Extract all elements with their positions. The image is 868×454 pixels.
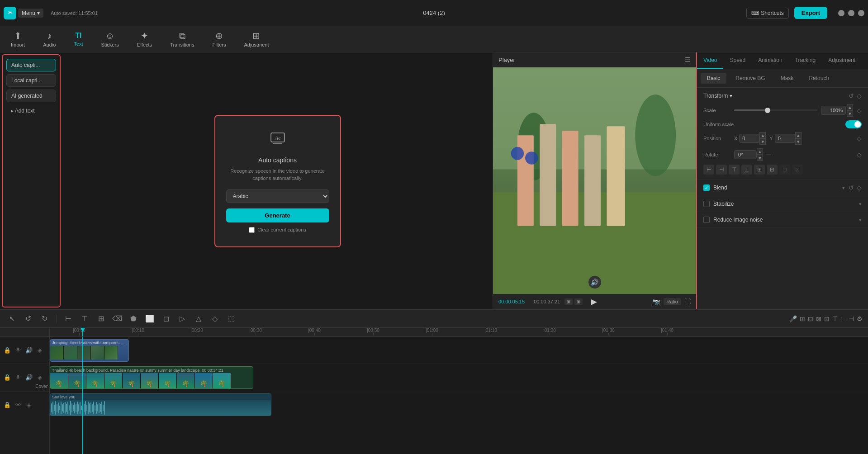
export-button[interactable]: Export <box>794 7 827 19</box>
subtab-mask[interactable]: Mask <box>774 73 800 84</box>
align-top-btn[interactable]: ⊥ <box>741 165 752 175</box>
tl-btn-2[interactable]: ⊟ <box>808 315 813 322</box>
tab-video[interactable]: Video <box>697 52 723 69</box>
split-btn[interactable]: ⊢ <box>62 312 75 325</box>
video-clip[interactable]: Jumping cheerleaders with pompoms on b <box>50 339 129 362</box>
ratio-btn[interactable]: Ratio <box>664 298 681 305</box>
crop2-btn[interactable]: ⬚ <box>225 312 237 325</box>
tl-btn-3[interactable]: ⊠ <box>816 315 821 322</box>
maximize-button[interactable] <box>848 10 854 16</box>
stabilize-checkbox[interactable] <box>703 201 710 207</box>
rotate-up-btn[interactable]: ▲ <box>757 148 763 155</box>
tool-import[interactable]: ⬆ Import <box>7 29 28 49</box>
tool-effects[interactable]: ✦ Effects <box>133 29 156 49</box>
transform-reset-btn[interactable]: ↺ <box>849 92 854 99</box>
pos-y-up-btn[interactable]: ▲ <box>795 132 802 138</box>
pos-x-up-btn[interactable]: ▲ <box>759 132 766 138</box>
tool-adjustment[interactable]: ⊞ Adjustment <box>240 29 272 49</box>
toggle-switch[interactable] <box>845 120 862 128</box>
select-tool-btn[interactable]: ↖ <box>5 312 18 325</box>
player-menu-btn[interactable]: ☰ <box>685 56 691 63</box>
shape-btn[interactable]: ⬟ <box>127 312 140 325</box>
tool-filters[interactable]: ⊕ Filters <box>209 29 229 49</box>
play-button[interactable]: ▶ <box>591 297 597 307</box>
crop-btn[interactable]: ⊞ <box>95 312 107 325</box>
ai-generated-btn[interactable]: AI generated <box>6 90 56 102</box>
tab-adjustment[interactable]: Adjustment <box>822 52 862 69</box>
auto-caption-btn[interactable]: Auto capti... <box>6 59 56 71</box>
frame-fwd-btn[interactable]: ▣ <box>574 298 583 305</box>
align-right-btn[interactable]: ⊤ <box>729 165 740 175</box>
beach-clip[interactable]: Thailand 4k beach background. Paradise n… <box>50 366 253 389</box>
tab-speed[interactable]: Speed <box>723 52 752 69</box>
tool-text[interactable]: TI Text <box>70 30 86 48</box>
scale-up-btn[interactable]: ▲ <box>847 104 853 110</box>
minimize-button[interactable] <box>838 10 844 16</box>
delete-btn[interactable]: ⌫ <box>111 312 123 325</box>
scale-slider[interactable] <box>734 109 817 111</box>
tool-transitions[interactable]: ⧉ Transitions <box>166 29 198 49</box>
speaker-overlay[interactable]: 🔊 <box>588 276 601 288</box>
language-select[interactable]: Arabic English Spanish French Chinese <box>226 189 329 203</box>
curve-btn[interactable]: ◻ <box>160 312 172 325</box>
pos-x-down-btn[interactable]: ▼ <box>759 138 766 145</box>
tl-btn-7[interactable]: ⊣ <box>849 315 854 322</box>
tab-animation[interactable]: Animation <box>752 52 788 69</box>
triangle-btn[interactable]: △ <box>192 312 205 325</box>
rotate-keyframe-btn[interactable]: ◇ <box>857 151 862 158</box>
blend-reset-btn[interactable]: ↺ <box>849 184 854 191</box>
shortcuts-button[interactable]: ⌨ Shortcuts <box>746 8 789 19</box>
track-visibility-btn[interactable]: 👁 <box>14 346 23 355</box>
frame-back-btn[interactable]: ▣ <box>564 298 573 305</box>
track-lock-btn[interactable]: 🔒 <box>3 346 12 355</box>
audio-clip[interactable]: Say love you <box>50 393 271 416</box>
tl-btn-4[interactable]: ⊡ <box>824 315 830 322</box>
tool-audio[interactable]: ♪ Audio <box>39 29 59 49</box>
align-center-v-btn[interactable]: ⊞ <box>754 165 765 175</box>
tl-btn-1[interactable]: ⊞ <box>800 315 805 322</box>
beach-vol-btn[interactable]: ◈ <box>35 373 44 382</box>
align-left-btn[interactable]: ⊢ <box>703 165 714 175</box>
transform-keyframe-btn[interactable]: ◇ <box>857 92 862 99</box>
track-vol-btn[interactable]: ◈ <box>35 346 44 355</box>
tl-btn-6[interactable]: ⊢ <box>840 315 846 322</box>
pos-y-down-btn[interactable]: ▼ <box>795 138 802 145</box>
rotate-down-btn[interactable]: ▼ <box>757 155 763 161</box>
generate-button[interactable]: Generate <box>226 208 329 222</box>
blend-checkbox[interactable]: ✓ <box>703 184 710 191</box>
audio-visibility-btn[interactable]: 👁 <box>14 401 23 410</box>
tl-settings[interactable]: ⚙ <box>857 315 863 322</box>
trim-btn[interactable]: ⊤ <box>78 312 91 325</box>
redo-btn[interactable]: ↻ <box>38 312 51 325</box>
beach-lock-btn[interactable]: 🔒 <box>3 373 12 382</box>
fullscreen-btn[interactable]: ⛶ <box>684 298 691 305</box>
mirror-btn[interactable]: ⬜ <box>143 312 156 325</box>
menu-button[interactable]: Menu ▾ <box>18 9 43 18</box>
align-bottom-btn[interactable]: ⊟ <box>767 165 778 175</box>
pos-y-input[interactable] <box>775 134 795 143</box>
subtab-retouch[interactable]: Retouch <box>802 73 835 84</box>
rotate-input[interactable] <box>734 150 757 159</box>
beach-visibility-btn[interactable]: 👁 <box>14 373 23 382</box>
pos-x-input[interactable] <box>739 134 759 143</box>
diamond-btn[interactable]: ◇ <box>209 312 221 325</box>
scale-down-btn[interactable]: ▼ <box>847 110 853 117</box>
scale-keyframe-btn[interactable]: ◇ <box>857 107 862 114</box>
audio-vol-btn[interactable]: ◈ <box>24 401 33 410</box>
freeze-btn[interactable]: ▷ <box>176 312 189 325</box>
position-keyframe-btn[interactable]: ◇ <box>857 135 862 142</box>
local-caption-btn[interactable]: Local capti... <box>6 74 56 87</box>
subtab-basic[interactable]: Basic <box>701 73 726 84</box>
snapshot-btn[interactable]: 📷 <box>652 298 660 305</box>
blend-keyframe-btn[interactable]: ◇ <box>857 184 862 191</box>
tl-btn-5[interactable]: ⊤ <box>832 315 838 322</box>
tab-tracking[interactable]: Tracking <box>789 52 822 69</box>
beach-audio-btn[interactable]: 🔊 <box>24 373 33 382</box>
track-audio-btn[interactable]: 🔊 <box>24 346 33 355</box>
tool-stickers[interactable]: ☺ Stickers <box>98 29 123 49</box>
scale-input[interactable] <box>821 106 846 115</box>
undo-btn[interactable]: ↺ <box>22 312 34 325</box>
align-center-h-btn[interactable]: ⊣ <box>716 165 727 175</box>
subtab-remove-bg[interactable]: Remove BG <box>729 73 771 84</box>
reduce-noise-checkbox[interactable] <box>703 217 710 223</box>
